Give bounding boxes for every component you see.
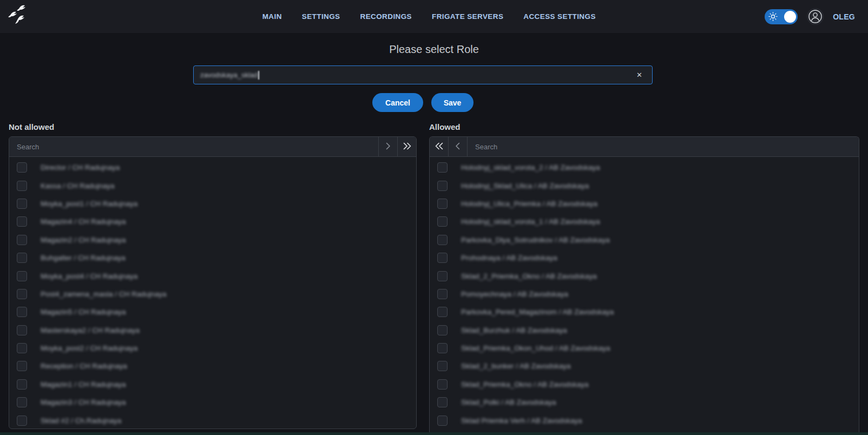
item-checkbox[interactable]: [437, 289, 448, 299]
chevron-left-icon: [455, 142, 461, 151]
item-checkbox[interactable]: [17, 216, 27, 227]
allowed-list: Holodnyj_sklad_vorota_2 / AB Zavodskaya …: [430, 157, 859, 430]
list-item[interactable]: Sklad_Polki / AB Zavodskaya: [430, 393, 859, 411]
list-item[interactable]: Holodnyj_sklad_vorota_2 / AB Zavodskaya: [430, 159, 859, 176]
item-label: Holodnyj_Sklad_Ulica / AB Zavodskaya: [461, 182, 589, 190]
move-all-right-button[interactable]: [397, 137, 416, 156]
list-item[interactable]: Sklad_Priemka_Okno / AB Zavodskaya: [430, 375, 859, 393]
move-selected-left-button[interactable]: [449, 137, 468, 156]
list-item[interactable]: Buhgalter / CH Radujnaya: [9, 249, 416, 267]
nav-link[interactable]: FRIGATE SERVERS: [432, 12, 503, 21]
text-caret: [258, 71, 259, 80]
nav-right-group: OLEG: [765, 0, 855, 33]
item-checkbox[interactable]: [437, 397, 448, 407]
item-checkbox[interactable]: [437, 271, 448, 281]
save-button[interactable]: Save: [431, 93, 474, 112]
item-checkbox[interactable]: [17, 181, 27, 191]
item-label: Holodnyj_Ulica_Priemka / AB Zavodskaya: [461, 200, 597, 208]
list-item[interactable]: Reception / CH Radujnaya: [9, 357, 416, 375]
item-label: Magazin3 / CH Radujnaya: [41, 398, 126, 406]
list-item[interactable]: Sklad_2_Priemka_Okno / AB Zavodskaya: [430, 267, 859, 285]
item-checkbox[interactable]: [437, 343, 448, 353]
item-checkbox[interactable]: [17, 162, 27, 173]
item-checkbox[interactable]: [437, 307, 448, 317]
list-item[interactable]: Magazin1 / CH Radujnaya: [9, 375, 416, 393]
list-item[interactable]: Pomoyechnaya / AB Zavodskaya: [430, 285, 859, 303]
nav-link[interactable]: SETTINGS: [302, 12, 340, 21]
item-label: Moyka_post4 / CH Radujnaya: [41, 272, 137, 280]
item-checkbox[interactable]: [437, 216, 448, 227]
list-item[interactable]: Post4_zamena_masla / CH Radujnaya: [9, 285, 416, 303]
cancel-button[interactable]: Cancel: [372, 93, 423, 112]
list-item[interactable]: Moyka_post2 / CH Radujnaya: [9, 339, 416, 357]
list-item[interactable]: Director / CH Radujnaya: [9, 159, 416, 176]
list-item[interactable]: Sklad_2_bunker / AB Zavodskaya: [430, 357, 859, 375]
item-checkbox[interactable]: [17, 343, 27, 353]
item-checkbox[interactable]: [437, 379, 448, 390]
list-item[interactable]: Moyka_post4 / CH Radujnaya: [9, 267, 416, 285]
nav-link[interactable]: RECORDINGS: [360, 12, 412, 21]
item-label: Moyka_post1 / CH Radujnaya: [41, 200, 137, 208]
item-checkbox[interactable]: [17, 325, 27, 335]
list-item[interactable]: Parkovka_Dlya_Sotrudnikov / AB Zavodskay…: [430, 231, 859, 249]
list-item[interactable]: Sklad_Priemka_Okon_Uhod / AB Zavodskaya: [430, 339, 859, 357]
item-checkbox[interactable]: [17, 307, 27, 317]
toggle-knob: [784, 11, 796, 23]
role-input[interactable]: zavodskaya_sklad ✕: [193, 65, 653, 84]
chevron-right-icon: [385, 142, 391, 151]
theme-toggle[interactable]: [765, 9, 798, 24]
item-label: Parkovka_Pered_Magazinom / AB Zavodskaya: [461, 308, 614, 316]
item-checkbox[interactable]: [17, 397, 27, 407]
item-checkbox[interactable]: [437, 199, 448, 209]
item-checkbox[interactable]: [17, 199, 27, 209]
item-label: Sklad Priemka Verh / AB Zavodskaya: [461, 417, 582, 425]
item-checkbox[interactable]: [437, 361, 448, 371]
not-allowed-toolbar: [9, 137, 416, 157]
list-item[interactable]: Magazin2 / CH Radujnaya: [9, 231, 416, 249]
nav-link[interactable]: MAIN: [262, 12, 282, 21]
list-item[interactable]: Moyka_post1 / CH Radujnaya: [9, 195, 416, 213]
clear-input-button[interactable]: ✕: [633, 70, 646, 80]
item-checkbox[interactable]: [17, 235, 27, 245]
allowed-search-input[interactable]: [468, 137, 859, 156]
list-item[interactable]: Magazin5 / CH Radujnaya: [9, 303, 416, 321]
list-item[interactable]: Kassa / CH Radujnaya: [9, 176, 416, 194]
item-checkbox[interactable]: [437, 235, 448, 245]
allowed-panel: Holodnyj_sklad_vorota_2 / AB Zavodskaya …: [429, 136, 859, 435]
user-avatar-icon[interactable]: [807, 8, 824, 25]
not-allowed-search-input[interactable]: [9, 137, 378, 156]
item-label: Sklad_2_bunker / AB Zavodskaya: [461, 362, 571, 370]
list-item[interactable]: Holodnyj_Sklad_Ulica / AB Zavodskaya: [430, 176, 859, 194]
list-item[interactable]: Sklad Priemka Verh / AB Zavodskaya: [430, 411, 859, 429]
list-item[interactable]: Sklad_Burzhuk / AB Zavodskaya: [430, 321, 859, 339]
username[interactable]: OLEG: [833, 12, 855, 21]
list-item[interactable]: Magazin3 / CH Radujnaya: [9, 393, 416, 411]
list-item[interactable]: Masterskaya2 / CH Radujnaya: [9, 321, 416, 339]
item-checkbox[interactable]: [437, 181, 448, 191]
item-label: Director / CH Radujnaya: [41, 163, 120, 172]
page-title: Please select Role: [0, 43, 868, 56]
item-label: Post4_zamena_masla / CH Radujnaya: [41, 290, 167, 298]
list-item[interactable]: Parkovka_Pered_Magazinom / AB Zavodskaya: [430, 303, 859, 321]
list-item[interactable]: Holodnyj_Ulica_Priemka / AB Zavodskaya: [430, 195, 859, 213]
item-checkbox[interactable]: [437, 253, 448, 263]
move-all-left-button[interactable]: [430, 137, 449, 156]
list-item[interactable]: Magazin4 / CH Radujnaya: [9, 213, 416, 230]
move-selected-right-button[interactable]: [378, 137, 397, 156]
item-checkbox[interactable]: [17, 271, 27, 281]
item-checkbox[interactable]: [17, 253, 27, 263]
item-checkbox[interactable]: [437, 162, 448, 173]
item-checkbox[interactable]: [437, 325, 448, 335]
list-item[interactable]: Sklad #2 / Ch.Radujnaya: [9, 411, 416, 429]
item-checkbox[interactable]: [437, 416, 448, 426]
allowed-title: Allowed: [429, 122, 461, 131]
item-checkbox[interactable]: [17, 289, 27, 299]
item-checkbox[interactable]: [17, 361, 27, 371]
list-item[interactable]: Holodnyj_sklad_vorota_1 / AB Zavodskaya: [430, 213, 859, 230]
item-checkbox[interactable]: [17, 416, 27, 426]
list-item[interactable]: Prohodnaya / AB Zavodskaya: [430, 249, 859, 267]
item-label: Sklad #2 / Ch.Radujnaya: [41, 417, 121, 425]
app-logo-icon[interactable]: [7, 4, 31, 29]
item-checkbox[interactable]: [17, 379, 27, 390]
nav-link[interactable]: ACCESS SETTINGS: [523, 12, 596, 21]
